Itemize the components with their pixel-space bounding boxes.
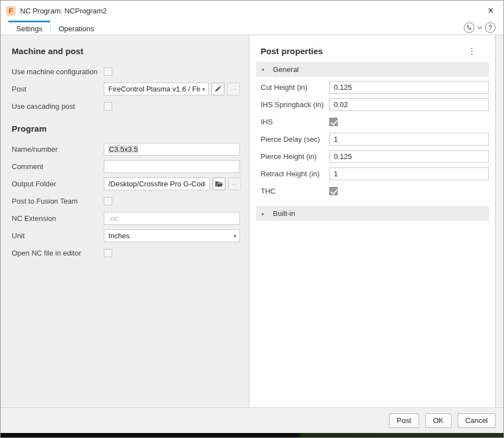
thc-label: THC [261,187,329,195]
background-canvas-strip [1,433,503,437]
use-machine-configuration-label: Use machine configuration [12,68,104,76]
browse-output-folder-button[interactable]: ... [228,177,241,190]
general-section-label: General [273,65,299,74]
thc-checkbox[interactable] [329,187,338,195]
window-title: NC Program: NCProgram2 [20,7,107,15]
pierce-delay-input[interactable] [329,133,489,146]
post-to-fusion-team-row: Post to Fusion Team [12,192,240,210]
cancel-button[interactable]: Cancel [458,413,496,428]
nc-extension-label: NC Extension [12,214,104,223]
output-folder-input[interactable] [104,177,210,190]
use-machine-configuration-row: Use machine configuration [12,63,240,80]
browse-post-button[interactable]: ... [227,83,240,95]
output-folder-label: Output Folder [12,180,104,188]
use-machine-configuration-checkbox[interactable] [104,68,112,76]
title-bar: F NC Program: NCProgram2 ✕ [1,1,503,21]
open-nc-file-label: Open NC file in editor [12,249,104,257]
post-row: Post FireControl Plasma v1.6 / Fir ▾ ... [12,80,240,98]
tabbar-actions: ? [464,21,503,35]
name-number-row: Name/number C3.5x3.5 [12,141,240,158]
nc-extension-input[interactable] [104,212,240,225]
comment-row: Comment [12,158,240,175]
dropdown-arrow-icon: ▾ [202,86,205,92]
kebab-menu-icon[interactable]: ⋮ [468,47,476,55]
ihs-springback-row: IHS Springback (in) [261,96,489,113]
settings-left-panel: Machine and post Use machine configurati… [1,35,249,407]
unit-select-value: Inches [108,232,231,240]
retract-height-row: Retract Height (in) [261,165,489,182]
cut-height-label: Cut Height (in) [261,83,329,92]
post-to-fusion-team-checkbox[interactable] [104,197,112,205]
pierce-delay-row: Pierce Delay (sec) [261,131,489,148]
built-in-section-header[interactable]: ▸ Built-in [256,206,489,221]
retract-height-label: Retract Height (in) [261,170,329,178]
machine-and-post-heading: Machine and post [12,46,240,56]
dialog-footer: Post OK Cancel [1,407,503,433]
name-number-value: C3.5x3.5 [108,145,138,153]
collapse-triangle-icon: ▾ [262,67,273,73]
name-number-input[interactable]: C3.5x3.5 [104,143,240,156]
built-in-section-label: Built-in [273,209,295,218]
general-section-body: Cut Height (in) IHS Springback (in) IHS … [261,79,489,200]
thc-row: THC [261,182,489,200]
name-number-label: Name/number [12,145,104,153]
support-phone-icon[interactable] [464,22,474,33]
nc-program-dialog: F NC Program: NCProgram2 ✕ Settings Oper… [0,0,504,438]
comment-input[interactable] [104,160,240,173]
post-button[interactable]: Post [389,413,419,428]
ihs-springback-label: IHS Springback (in) [261,100,329,109]
open-nc-file-row: Open NC file in editor [12,244,240,262]
open-folder-button[interactable] [213,177,225,190]
use-cascading-post-row: Use cascading post [12,98,240,115]
unit-row: Unit Inches ▾ [12,227,240,244]
dialog-content: Machine and post Use machine configurati… [1,35,503,407]
pierce-height-row: Pierce Height (in) [261,148,489,165]
post-label: Post [12,85,104,93]
dropdown-arrow-icon: ▾ [233,233,236,239]
fusion-logo-icon: F [6,6,16,16]
ihs-checkbox[interactable] [329,118,338,126]
ihs-row: IHS [261,113,489,131]
edit-post-button[interactable] [212,83,224,95]
retract-height-input[interactable] [329,167,489,180]
ihs-springback-input[interactable] [329,98,489,111]
ihs-label: IHS [261,118,329,126]
chevron-down-icon[interactable] [477,26,482,30]
output-folder-row: Output Folder ... [12,175,240,192]
nc-extension-row: NC Extension [12,210,240,227]
close-icon[interactable]: ✕ [484,4,497,17]
comment-label: Comment [12,162,104,171]
expand-triangle-icon: ▸ [262,211,273,216]
use-cascading-post-label: Use cascading post [12,102,104,110]
general-section-header[interactable]: ▾ General [256,62,489,77]
open-nc-file-checkbox[interactable] [104,249,112,257]
post-to-fusion-team-label: Post to Fusion Team [12,197,104,205]
post-properties-heading: Post properties [261,46,323,56]
unit-select[interactable]: Inches ▾ [104,229,240,242]
ok-button[interactable]: OK [425,413,452,428]
cut-height-row: Cut Height (in) [261,79,489,96]
program-heading: Program [12,124,240,133]
pierce-delay-label: Pierce Delay (sec) [261,135,329,143]
pierce-height-label: Pierce Height (in) [261,152,329,161]
pencil-icon [214,85,222,93]
tab-bar: Settings Operations ? [1,21,503,35]
pierce-height-input[interactable] [329,150,489,163]
use-cascading-post-checkbox[interactable] [104,102,112,110]
scrollbar-track[interactable] [496,35,503,407]
cut-height-input[interactable] [329,81,489,94]
tab-settings[interactable]: Settings [8,21,50,35]
help-icon[interactable]: ? [485,22,496,33]
post-select[interactable]: FireControl Plasma v1.6 / Fir ▾ [104,83,209,95]
tab-operations[interactable]: Operations [51,21,102,35]
post-select-value: FireControl Plasma v1.6 / Fir [108,85,200,93]
folder-icon [215,181,223,187]
post-properties-header: Post properties ⋮ [261,46,489,56]
unit-label: Unit [12,232,104,240]
post-properties-panel: Post properties ⋮ ▾ General Cut Height (… [249,35,496,407]
